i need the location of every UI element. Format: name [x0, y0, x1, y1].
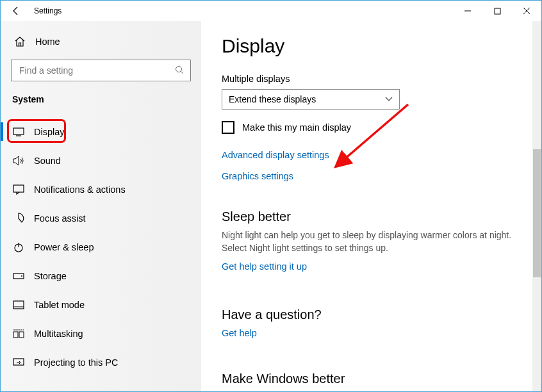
titlebar: Settings [1, 1, 541, 21]
main-display-checkbox-row[interactable]: Make this my main display [222, 121, 521, 134]
sidebar-item-tablet-mode[interactable]: Tablet mode [1, 290, 201, 319]
sidebar-item-label: Power & sleep [34, 242, 94, 252]
sidebar-item-label: Tablet mode [34, 300, 85, 310]
sleep-better-desc: Night light can help you get to sleep by… [222, 229, 516, 254]
multitasking-icon [12, 329, 25, 338]
sidebar-item-display[interactable]: Display [1, 117, 201, 146]
svg-line-3 [181, 71, 184, 74]
svg-rect-13 [13, 332, 18, 338]
tablet-icon [12, 300, 25, 309]
scrollbar[interactable] [532, 21, 541, 391]
sidebar-nav-list: Display Sound Notifications & actions [1, 117, 201, 377]
sidebar-item-notifications[interactable]: Notifications & actions [1, 175, 201, 204]
sidebar-item-label: Projecting to this PC [34, 357, 118, 368]
sound-icon [12, 156, 25, 166]
search-input-container[interactable] [11, 60, 191, 81]
settings-window: Settings Home [0, 0, 542, 392]
display-icon [12, 127, 25, 136]
window-title: Settings [34, 6, 62, 15]
checkbox-icon[interactable] [222, 121, 234, 134]
sidebar-item-label: Sound [34, 156, 61, 166]
power-icon [12, 242, 25, 252]
storage-icon [12, 273, 25, 279]
window-controls [453, 1, 541, 21]
sidebar-home-label: Home [35, 37, 60, 47]
search-input[interactable] [18, 65, 175, 76]
close-button[interactable] [512, 1, 541, 21]
sidebar-item-label: Focus assist [34, 213, 86, 224]
sidebar-section-system: System [1, 89, 201, 111]
svg-rect-11 [13, 301, 24, 309]
multiple-displays-dropdown[interactable]: Extend these displays [222, 89, 400, 110]
link-sleep-help[interactable]: Get help setting it up [222, 261, 307, 272]
main-content: Display Multiple displays Extend these d… [201, 21, 541, 391]
back-button[interactable] [6, 1, 26, 21]
sidebar-item-label: Notifications & actions [34, 184, 126, 195]
make-better-title: Make Windows better [222, 372, 521, 386]
sidebar-item-multitasking[interactable]: Multitasking [1, 319, 201, 348]
focus-assist-icon [12, 213, 25, 224]
home-icon [13, 36, 26, 47]
search-icon [175, 65, 184, 76]
multiple-displays-label: Multiple displays [222, 74, 521, 84]
svg-rect-4 [13, 128, 24, 135]
sidebar-home[interactable]: Home [1, 29, 201, 54]
svg-rect-6 [13, 185, 24, 192]
notifications-icon [12, 184, 25, 195]
maximize-button[interactable] [482, 1, 512, 21]
svg-rect-14 [19, 332, 24, 338]
sidebar-item-power-sleep[interactable]: Power & sleep [1, 233, 201, 261]
sleep-better-title: Sleep better [222, 209, 521, 224]
dropdown-value: Extend these displays [229, 94, 316, 104]
sidebar-item-label: Multitasking [34, 329, 83, 339]
sidebar-item-label: Display [34, 127, 65, 137]
svg-rect-16 [13, 359, 24, 365]
sidebar: Home System Display [1, 21, 201, 391]
minimize-button[interactable] [453, 1, 482, 21]
main-display-checkbox-label: Make this my main display [242, 122, 351, 133]
scrollbar-thumb[interactable] [533, 149, 541, 277]
sidebar-item-sound[interactable]: Sound [1, 146, 201, 175]
chevron-down-icon [385, 95, 393, 104]
svg-point-2 [176, 66, 182, 72]
svg-point-10 [21, 275, 22, 277]
sidebar-item-focus-assist[interactable]: Focus assist [1, 204, 201, 233]
link-get-help[interactable]: Get help [222, 328, 257, 338]
have-question-title: Have a question? [222, 307, 521, 322]
page-title: Display [222, 35, 521, 57]
sidebar-item-label: Storage [34, 271, 67, 281]
link-graphics-settings[interactable]: Graphics settings [222, 171, 293, 181]
sidebar-item-projecting[interactable]: Projecting to this PC [1, 348, 201, 377]
projecting-icon [12, 358, 25, 367]
link-advanced-display[interactable]: Advanced display settings [222, 150, 329, 160]
sidebar-item-storage[interactable]: Storage [1, 261, 201, 290]
svg-rect-1 [495, 8, 500, 14]
